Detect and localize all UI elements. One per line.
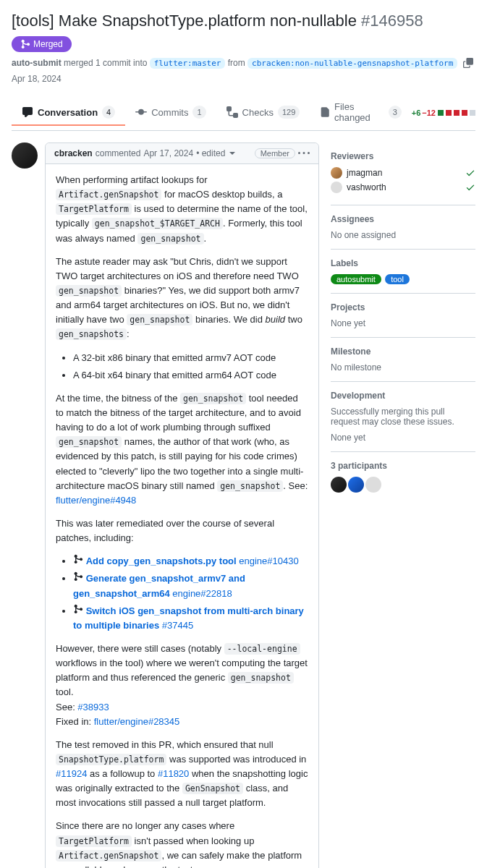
- participant-avatar[interactable]: [365, 477, 381, 493]
- projects-heading[interactable]: Projects: [331, 302, 475, 312]
- label-pill[interactable]: tool: [385, 274, 410, 284]
- tab-checks[interactable]: Checks129: [216, 100, 310, 126]
- diffstat[interactable]: +6 −12: [412, 109, 475, 117]
- comment: cbracken commented Apr 17, 2024 • edited…: [45, 142, 319, 868]
- milestone-heading[interactable]: Milestone: [331, 346, 475, 357]
- link[interactable]: Add copy_gen_snapshots.py tool: [86, 556, 237, 566]
- base-branch[interactable]: flutter:master: [150, 58, 226, 69]
- avatar[interactable]: [12, 142, 38, 169]
- reviewer-row[interactable]: jmagman: [331, 167, 475, 179]
- role-badge: Member: [255, 148, 295, 158]
- comment-body: When performing artifact lookups for Art…: [46, 164, 318, 868]
- merge-icon: [73, 571, 83, 582]
- tab-conversation[interactable]: Conversation4: [12, 100, 125, 126]
- comment-author[interactable]: cbracken: [54, 148, 93, 158]
- merge-date: Apr 18, 2024: [12, 74, 62, 84]
- state-badge: Merged: [12, 36, 72, 52]
- pr-title: [tools] Make SnapshotType.platform non-n…: [12, 12, 423, 30]
- edited-caret-icon[interactable]: [229, 152, 235, 155]
- check-icon: [465, 168, 475, 178]
- link[interactable]: flutter/engine#4948: [56, 495, 136, 506]
- copy-branch-icon[interactable]: [463, 58, 473, 68]
- link[interactable]: engine#10430: [239, 556, 298, 566]
- label-pill[interactable]: autosubmit: [331, 274, 381, 284]
- comment-date[interactable]: Apr 17, 2024: [143, 148, 193, 158]
- participant-avatar[interactable]: [348, 477, 364, 493]
- development-heading[interactable]: Development: [331, 391, 475, 401]
- tab-commits[interactable]: Commits1: [125, 100, 216, 126]
- link[interactable]: engine#22818: [172, 588, 232, 599]
- head-branch[interactable]: cbracken:non-nullable-gensnapshot-platfo…: [247, 58, 457, 69]
- merge-icon: [73, 604, 83, 614]
- link[interactable]: flutter/engine#28345: [94, 716, 180, 727]
- reviewer-row[interactable]: vashworth: [331, 182, 475, 193]
- tab-files[interactable]: Files changed3: [310, 95, 411, 130]
- link[interactable]: #11924: [56, 768, 87, 779]
- pr-number: #146958: [361, 12, 423, 30]
- check-icon: [465, 182, 475, 192]
- link[interactable]: #11820: [158, 768, 189, 779]
- link[interactable]: #37445: [162, 620, 193, 631]
- reviewers-heading[interactable]: Reviewers: [331, 151, 475, 161]
- merge-info: auto-submit merged 1 commit into flutter…: [12, 58, 457, 68]
- pr-tabs: Conversation4 Commits1 Checks129 Files c…: [12, 95, 475, 131]
- kebab-icon[interactable]: [298, 148, 310, 159]
- assignees-heading[interactable]: Assignees: [331, 214, 475, 224]
- link[interactable]: #38933: [77, 702, 109, 712]
- merge-icon: [73, 554, 83, 564]
- participants-heading: 3 participants: [331, 461, 475, 471]
- participant-avatar[interactable]: [331, 477, 347, 493]
- labels-heading[interactable]: Labels: [331, 258, 475, 268]
